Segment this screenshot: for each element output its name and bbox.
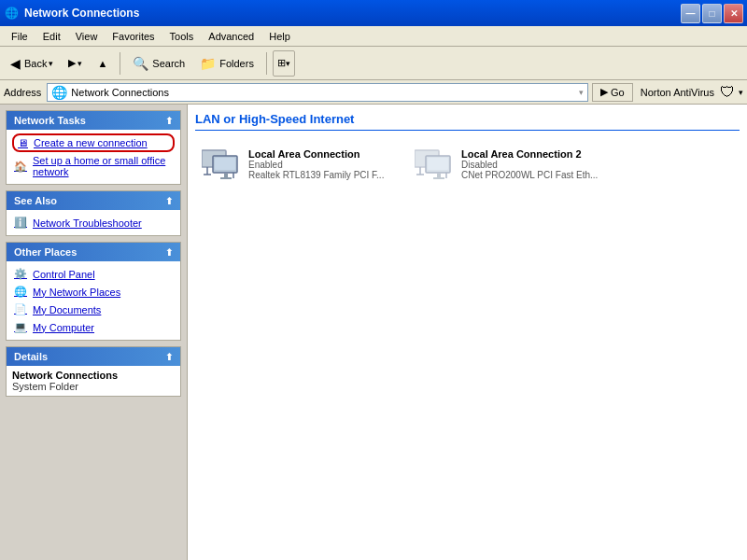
lan1-adapter: Realtek RTL8139 Family PCI F... <box>248 170 384 180</box>
my-documents-icon: 📄 <box>14 303 27 315</box>
forward-icon: ▶ <box>68 57 76 69</box>
troubleshooter-icon: ℹ️ <box>14 217 27 229</box>
control-panel-label: Control Panel <box>33 269 95 280</box>
menu-favorites[interactable]: Favorites <box>105 29 162 44</box>
svg-rect-14 <box>433 177 444 179</box>
menu-advanced[interactable]: Advanced <box>201 29 261 44</box>
window-controls: — □ ✕ <box>681 4 743 23</box>
other-places-body: ⚙️ Control Panel 🌐 My Network Places 📄 M… <box>7 261 180 340</box>
see-also-section: See Also ⬆ ℹ️ Network Troubleshooter <box>6 190 181 236</box>
views-icon: ⊞ <box>277 57 286 69</box>
my-computer-label: My Computer <box>33 322 94 333</box>
folders-icon: 📁 <box>200 56 216 71</box>
network-tasks-title: Network Tasks <box>14 115 86 126</box>
folders-button[interactable]: 📁 Folders <box>193 50 261 77</box>
my-documents-label: My Documents <box>33 304 101 315</box>
control-panel-link[interactable]: ⚙️ Control Panel <box>12 265 175 283</box>
svg-rect-5 <box>220 177 232 179</box>
address-icon: 🌐 <box>51 85 67 100</box>
my-network-places-link[interactable]: 🌐 My Network Places <box>12 283 175 301</box>
menu-tools[interactable]: Tools <box>162 29 202 44</box>
svg-rect-3 <box>215 158 235 170</box>
network-tasks-header[interactable]: Network Tasks ⬆ <box>7 111 180 130</box>
maximize-button[interactable]: □ <box>702 4 722 23</box>
network-tasks-body: 🖥 Create a new connection 🏠 Set up a hom… <box>7 130 180 184</box>
create-connection-icon: 🖥 <box>18 137 28 148</box>
up-icon: ▲ <box>97 58 107 69</box>
other-places-section: Other Places ⬆ ⚙️ Control Panel 🌐 My Net… <box>6 242 181 341</box>
menu-edit[interactable]: Edit <box>35 29 68 44</box>
svg-rect-12 <box>428 158 448 170</box>
back-icon: ◀ <box>10 56 21 71</box>
separator-1 <box>120 52 120 75</box>
toolbar: ◀ Back ▾ ▶ ▾ ▲ 🔍 Search 📁 Folders ⊞ ▾ <box>0 47 747 80</box>
see-also-title: See Also <box>14 195 57 206</box>
details-folder-name: Network Connections <box>12 370 175 381</box>
lan1-name: Local Area Connection <box>248 148 384 160</box>
other-places-title: Other Places <box>14 246 77 258</box>
svg-rect-4 <box>224 174 228 177</box>
my-documents-link[interactable]: 📄 My Documents <box>12 301 175 318</box>
control-panel-icon: ⚙️ <box>14 268 27 280</box>
my-network-places-icon: 🌐 <box>14 286 27 298</box>
details-collapse-icon[interactable]: ⬆ <box>165 352 173 362</box>
go-icon: ▶ <box>600 86 608 98</box>
menu-view[interactable]: View <box>68 29 106 44</box>
go-button[interactable]: ▶ Go <box>592 83 633 102</box>
details-folder-desc: System Folder <box>12 381 175 392</box>
views-dropdown-icon: ▾ <box>286 59 290 68</box>
address-input[interactable] <box>71 87 575 98</box>
my-computer-link[interactable]: 💻 My Computer <box>12 318 175 336</box>
lan1-info: Local Area Connection Enabled Realtek RT… <box>248 148 384 180</box>
title-bar: 🌐 Network Connections — □ ✕ <box>0 0 747 26</box>
see-also-collapse-icon[interactable]: ⬆ <box>165 196 173 206</box>
my-computer-icon: 💻 <box>14 321 27 333</box>
connection-item-lan1[interactable]: ⇄ Local Area Connection Enabled <box>195 142 401 187</box>
see-also-header[interactable]: See Also ⬆ <box>7 191 180 210</box>
menu-help[interactable]: Help <box>261 29 298 44</box>
menu-file[interactable]: File <box>4 29 35 44</box>
setup-office-network-link[interactable]: 🏠 Set up a home or small office network <box>12 152 175 180</box>
see-also-body: ℹ️ Network Troubleshooter <box>7 210 180 235</box>
connection-item-lan2[interactable]: ⇄ Local Area Connection 2 Disabled CN <box>408 142 613 187</box>
close-button[interactable]: ✕ <box>724 4 743 23</box>
main-area: Network Tasks ⬆ 🖥 Create a new connectio… <box>0 105 747 560</box>
antivirus-dropdown-icon[interactable]: ▾ <box>739 88 743 97</box>
lan2-info: Local Area Connection 2 Disabled CNet PR… <box>461 148 598 180</box>
forward-dropdown-icon: ▾ <box>78 59 82 68</box>
lan1-icon: ⇄ <box>202 149 239 179</box>
network-tasks-collapse-icon[interactable]: ⬆ <box>165 116 173 126</box>
sidebar: Network Tasks ⬆ 🖥 Create a new connectio… <box>0 105 187 560</box>
back-button[interactable]: ◀ Back ▾ <box>4 50 60 77</box>
lan1-status: Enabled <box>248 160 384 170</box>
address-label: Address <box>4 87 41 98</box>
lan2-status: Disabled <box>461 160 598 170</box>
network-troubleshooter-link[interactable]: ℹ️ Network Troubleshooter <box>12 214 175 231</box>
connections-grid: ⇄ Local Area Connection Enabled <box>195 142 740 187</box>
address-dropdown-icon[interactable]: ▾ <box>579 88 584 97</box>
setup-office-label: Set up a home or small office network <box>33 155 173 177</box>
other-places-collapse-icon[interactable]: ⬆ <box>165 247 173 258</box>
views-button[interactable]: ⊞ ▾ <box>273 50 295 77</box>
details-title: Details <box>14 351 48 362</box>
other-places-header[interactable]: Other Places ⬆ <box>7 243 180 261</box>
troubleshooter-label: Network Troubleshooter <box>33 217 142 229</box>
minimize-button[interactable]: — <box>681 4 700 23</box>
antivirus-icon: 🛡 <box>720 84 735 101</box>
content-section-title: LAN or High-Speed Internet <box>195 112 740 131</box>
svg-rect-13 <box>437 174 441 177</box>
go-label: Go <box>611 87 625 98</box>
lan2-icon: ⇄ <box>415 149 452 179</box>
lan2-name: Local Area Connection 2 <box>461 148 598 160</box>
app-icon: 🌐 <box>4 6 19 21</box>
details-header[interactable]: Details ⬆ <box>7 347 180 366</box>
forward-button[interactable]: ▶ ▾ <box>62 50 89 77</box>
search-button[interactable]: 🔍 Search <box>126 50 191 77</box>
menu-bar: File Edit View Favorites Tools Advanced … <box>0 26 747 47</box>
separator-2 <box>266 52 267 75</box>
content-area: LAN or High-Speed Internet ⇄ <box>187 105 747 560</box>
up-button[interactable]: ▲ <box>91 50 114 77</box>
antivirus-label: Norton AntiVirus <box>641 87 714 98</box>
address-bar: Address 🌐 ▾ ▶ Go Norton AntiVirus 🛡 ▾ <box>0 80 747 105</box>
create-connection-link[interactable]: 🖥 Create a new connection <box>12 133 175 152</box>
